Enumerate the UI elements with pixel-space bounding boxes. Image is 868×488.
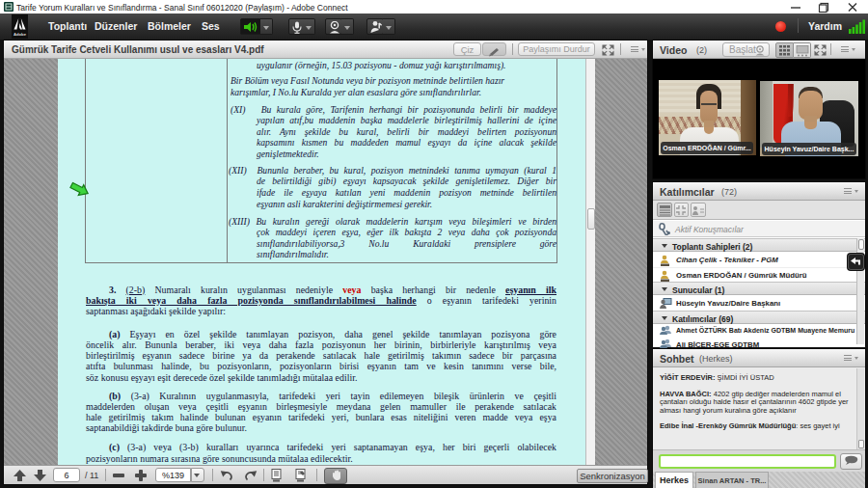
svg-text:Adobe: Adobe bbox=[14, 32, 27, 37]
